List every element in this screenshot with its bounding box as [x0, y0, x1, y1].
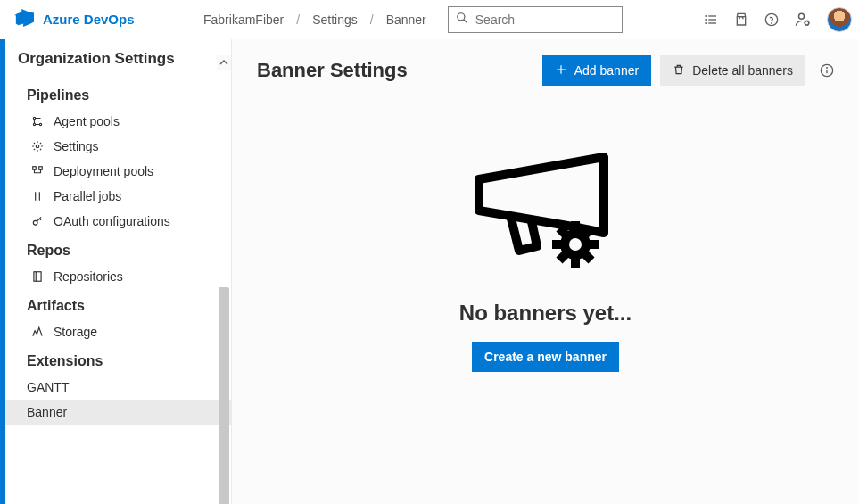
empty-state: No banners yet... Create a new banner	[257, 148, 834, 372]
empty-state-title: No banners yet...	[459, 301, 632, 326]
sidebar-item-label: OAuth configurations	[54, 214, 170, 228]
sidebar-item-gantt[interactable]: GANTT	[5, 375, 231, 400]
svg-point-27	[827, 68, 828, 69]
svg-point-13	[33, 123, 35, 125]
megaphone-gear-icon	[470, 148, 622, 285]
svg-point-28	[565, 234, 586, 255]
gear-icon	[30, 140, 45, 153]
svg-line-1	[464, 20, 467, 23]
svg-point-6	[706, 19, 706, 20]
delete-all-label: Delete all banners	[692, 63, 793, 78]
sidebar-item-label: Repositories	[54, 269, 123, 284]
breadcrumb-separator: /	[370, 12, 374, 27]
marketplace-icon[interactable]	[734, 12, 748, 27]
sidebar-item-agent-pools[interactable]: Agent pools	[5, 109, 231, 134]
storage-icon	[30, 326, 45, 338]
page-title: Banner Settings	[257, 59, 408, 82]
svg-point-15	[36, 145, 39, 148]
main-content: Banner Settings Add banner Delete all ba…	[232, 39, 859, 504]
create-new-banner-label: Create a new banner	[484, 350, 607, 364]
search-icon	[456, 12, 468, 27]
breadcrumb-settings[interactable]: Settings	[312, 12, 358, 27]
sidebar-title: Organization Settings	[5, 39, 231, 78]
sidebar-item-label: Banner	[27, 405, 67, 419]
add-banner-button[interactable]: Add banner	[542, 55, 651, 86]
azure-devops-logo-icon	[14, 8, 34, 30]
sidebar-group-repos: Repos	[5, 234, 231, 264]
deployment-pools-icon	[30, 165, 45, 178]
svg-point-20	[33, 220, 37, 225]
plus-icon	[555, 63, 567, 78]
repo-icon	[30, 270, 45, 283]
help-icon[interactable]	[764, 12, 779, 27]
sidebar-item-storage[interactable]: Storage	[5, 319, 231, 344]
sidebar-item-repositories[interactable]: Repositories	[5, 264, 231, 289]
sidebar-item-label: Agent pools	[54, 114, 120, 128]
oauth-icon	[30, 215, 45, 227]
add-banner-label: Add banner	[574, 63, 639, 78]
breadcrumb-project[interactable]: FabrikamFiber	[203, 12, 284, 27]
sidebar-item-label: Settings	[54, 139, 99, 153]
svg-point-9	[772, 22, 772, 23]
info-icon[interactable]	[820, 63, 834, 78]
svg-point-7	[706, 22, 706, 23]
svg-rect-17	[39, 167, 43, 170]
svg-rect-16	[33, 167, 37, 170]
sidebar-item-label: Deployment pools	[54, 164, 153, 178]
svg-point-14	[39, 123, 41, 125]
create-new-banner-button[interactable]: Create a new banner	[472, 342, 619, 372]
sidebar-group-pipelines: Pipelines	[5, 78, 231, 109]
sidebar-item-settings[interactable]: Settings	[5, 134, 231, 159]
brand-name: Azure DevOps	[43, 12, 135, 27]
svg-point-12	[33, 117, 35, 119]
brand-home[interactable]: Azure DevOps	[14, 8, 193, 30]
sidebar-item-oauth[interactable]: OAuth configurations	[5, 209, 231, 234]
sidebar-group-extensions: Extensions	[5, 344, 231, 375]
parallel-jobs-icon	[30, 190, 45, 202]
svg-point-5	[706, 15, 706, 16]
sidebar-item-label: Storage	[54, 325, 97, 339]
svg-rect-21	[34, 272, 41, 282]
search-box[interactable]	[448, 6, 623, 33]
scroll-up-icon[interactable]	[217, 55, 231, 70]
svg-point-0	[458, 13, 465, 21]
search-input[interactable]	[475, 12, 615, 27]
scroll-thumb[interactable]	[219, 287, 229, 504]
avatar[interactable]	[827, 7, 852, 32]
svg-point-10	[799, 13, 805, 19]
sidebar: Organization Settings Pipelines Agent po…	[5, 39, 232, 504]
sidebar-group-artifacts: Artifacts	[5, 289, 231, 319]
sidebar-item-banner[interactable]: Banner	[5, 400, 231, 425]
sidebar-item-label: GANTT	[27, 380, 69, 394]
sidebar-item-parallel-jobs[interactable]: Parallel jobs	[5, 184, 231, 209]
list-icon[interactable]	[704, 12, 718, 27]
agent-pools-icon	[30, 115, 45, 128]
breadcrumb: FabrikamFiber / Settings / Banner	[203, 12, 426, 27]
breadcrumb-separator: /	[296, 12, 300, 27]
sidebar-scrollbar[interactable]	[217, 55, 231, 504]
sidebar-item-label: Parallel jobs	[54, 189, 121, 203]
user-settings-icon[interactable]	[795, 12, 811, 28]
sidebar-item-deployment-pools[interactable]: Deployment pools	[5, 159, 231, 184]
breadcrumb-banner[interactable]: Banner	[386, 12, 426, 27]
trash-icon	[673, 63, 685, 78]
delete-all-banners-button[interactable]: Delete all banners	[660, 55, 805, 86]
